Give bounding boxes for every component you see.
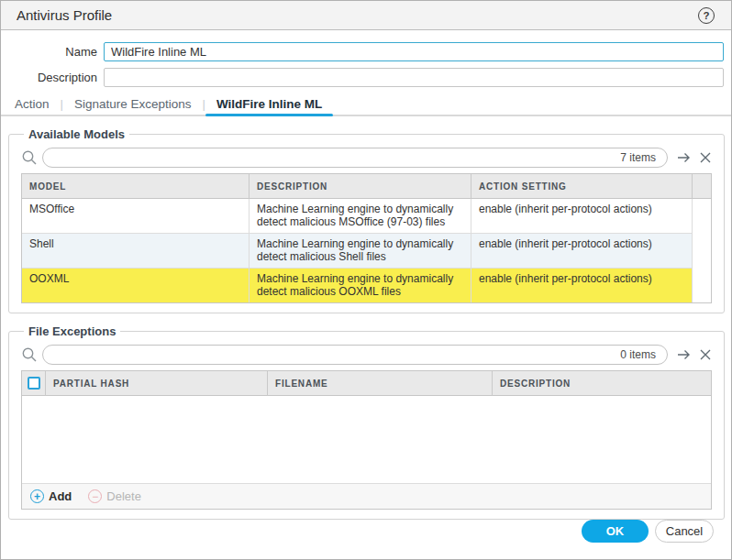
col-model[interactable]: MODEL [22, 174, 250, 199]
cancel-button[interactable]: Cancel [655, 520, 714, 543]
available-models-legend: Available Models [24, 127, 129, 141]
header-gutter [693, 174, 711, 199]
plus-icon: + [30, 489, 44, 503]
dialog-titlebar: Antivirus Profile ? [1, 1, 731, 30]
ok-button[interactable]: OK [582, 520, 649, 543]
col-action-setting[interactable]: ACTION SETTING [471, 174, 693, 199]
clear-filter-icon[interactable] [699, 348, 712, 361]
tab-action[interactable]: Action [15, 93, 61, 115]
search-icon [21, 149, 38, 166]
available-models-table: MODEL DESCRIPTION ACTION SETTING MSOffic… [21, 173, 712, 303]
model-cell: MSOffice [22, 199, 250, 234]
delete-button[interactable]: − Delete [88, 489, 141, 503]
file-exceptions-legend: File Exceptions [24, 324, 120, 338]
dialog-title: Antivirus Profile [17, 7, 112, 23]
description-cell: Machine Learning engine to dynamically d… [250, 199, 471, 234]
action-setting-cell: enable (inherit per-protocol actions) [471, 269, 693, 302]
exceptions-items-count: 0 items [620, 348, 656, 361]
col-description[interactable]: DESCRIPTION [250, 174, 471, 199]
scrollbar-gutter [693, 199, 711, 234]
scrollbar-gutter [693, 269, 711, 302]
description-label: Description [1, 71, 104, 84]
action-setting-cell: enable (inherit per-protocol actions) [471, 234, 693, 269]
name-field[interactable] [104, 42, 724, 61]
exceptions-header-row: PARTIAL HASH FILENAME DESCRIPTION [22, 371, 711, 396]
profile-form: Name Description [1, 42, 731, 87]
table-row-shell[interactable]: Shell Machine Learning engine to dynamic… [22, 234, 711, 269]
scrollbar-gutter [693, 234, 711, 269]
help-icon[interactable]: ? [698, 7, 715, 24]
description-cell: Machine Learning engine to dynamically d… [250, 269, 471, 302]
col-filename[interactable]: FILENAME [268, 371, 493, 396]
file-exceptions-table: PARTIAL HASH FILENAME DESCRIPTION + Add … [21, 370, 712, 510]
table-row-msoffice[interactable]: MSOffice Machine Learning engine to dyna… [22, 199, 711, 234]
tab-signature-exceptions[interactable]: Signature Exceptions [63, 93, 203, 115]
minus-icon: − [88, 489, 102, 503]
available-models-section: Available Models 7 items MODEL DESCRIPTI… [8, 127, 725, 313]
dialog-footer: OK Cancel [582, 520, 714, 543]
exceptions-table-footer: + Add − Delete [22, 483, 711, 509]
delete-label: Delete [106, 489, 141, 503]
action-setting-cell: enable (inherit per-protocol actions) [471, 199, 693, 234]
description-field[interactable] [104, 68, 724, 87]
antivirus-profile-dialog: { "dialog": { "title": "Antivirus Profil… [0, 0, 732, 560]
models-header-row: MODEL DESCRIPTION ACTION SETTING [22, 174, 711, 199]
add-button[interactable]: + Add [30, 489, 72, 503]
col-description[interactable]: DESCRIPTION [493, 371, 711, 396]
models-items-count: 7 items [620, 151, 656, 164]
tab-wildfire-inline-ml[interactable]: WildFire Inline ML [205, 93, 333, 115]
exceptions-search-input[interactable]: 0 items [42, 345, 668, 365]
apply-filter-arrow-icon[interactable] [676, 150, 691, 165]
add-label: Add [49, 489, 72, 503]
clear-filter-icon[interactable] [699, 151, 712, 164]
table-row-ooxml-selected[interactable]: OOXML Machine Learning engine to dynamic… [22, 269, 711, 302]
select-all-cell [22, 371, 46, 396]
model-cell: Shell [22, 234, 250, 269]
models-search-input[interactable]: 7 items [42, 148, 668, 168]
exceptions-empty-body [22, 396, 711, 483]
select-all-checkbox[interactable] [28, 377, 40, 390]
file-exceptions-section: File Exceptions 0 items PARTIAL HASH FIL… [8, 324, 725, 520]
col-partial-hash[interactable]: PARTIAL HASH [46, 371, 268, 396]
apply-filter-arrow-icon[interactable] [676, 347, 691, 362]
description-cell: Machine Learning engine to dynamically d… [250, 234, 471, 269]
model-cell: OOXML [22, 269, 250, 302]
profile-tabs: Action | Signature Exceptions | WildFire… [1, 93, 731, 116]
search-icon [21, 346, 38, 363]
name-label: Name [1, 45, 104, 59]
